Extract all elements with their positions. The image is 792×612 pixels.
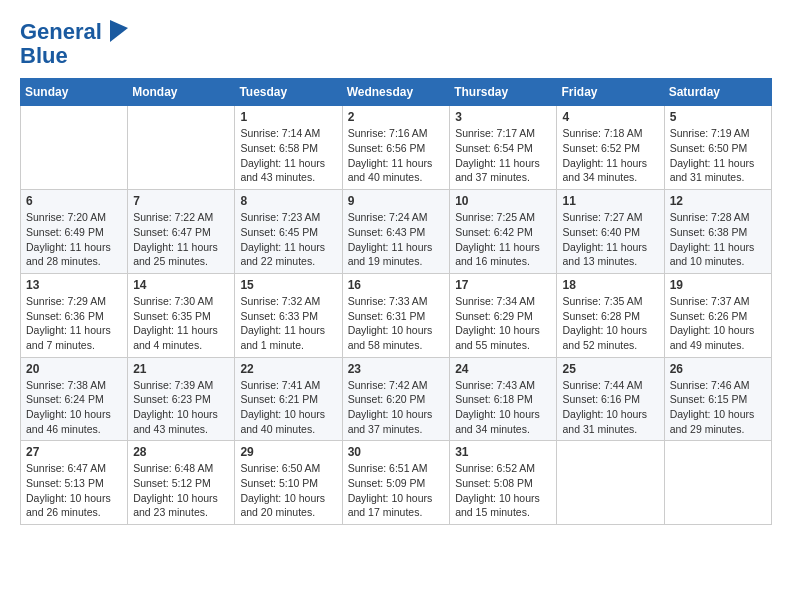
day-number: 16: [348, 278, 445, 292]
day-info: Sunrise: 7:23 AMSunset: 6:45 PMDaylight:…: [240, 210, 336, 269]
calendar-cell: [664, 441, 771, 525]
calendar-cell: 1Sunrise: 7:14 AMSunset: 6:58 PMDaylight…: [235, 106, 342, 190]
day-number: 22: [240, 362, 336, 376]
day-number: 1: [240, 110, 336, 124]
day-number: 7: [133, 194, 229, 208]
calendar-cell: 4Sunrise: 7:18 AMSunset: 6:52 PMDaylight…: [557, 106, 664, 190]
calendar-cell: 19Sunrise: 7:37 AMSunset: 6:26 PMDayligh…: [664, 273, 771, 357]
day-info: Sunrise: 7:22 AMSunset: 6:47 PMDaylight:…: [133, 210, 229, 269]
day-info: Sunrise: 7:41 AMSunset: 6:21 PMDaylight:…: [240, 378, 336, 437]
day-number: 31: [455, 445, 551, 459]
calendar-cell: 26Sunrise: 7:46 AMSunset: 6:15 PMDayligh…: [664, 357, 771, 441]
day-info: Sunrise: 7:27 AMSunset: 6:40 PMDaylight:…: [562, 210, 658, 269]
day-info: Sunrise: 7:17 AMSunset: 6:54 PMDaylight:…: [455, 126, 551, 185]
day-info: Sunrise: 7:28 AMSunset: 6:38 PMDaylight:…: [670, 210, 766, 269]
day-info: Sunrise: 7:43 AMSunset: 6:18 PMDaylight:…: [455, 378, 551, 437]
day-number: 25: [562, 362, 658, 376]
calendar-cell: 15Sunrise: 7:32 AMSunset: 6:33 PMDayligh…: [235, 273, 342, 357]
day-info: Sunrise: 7:25 AMSunset: 6:42 PMDaylight:…: [455, 210, 551, 269]
day-info: Sunrise: 7:38 AMSunset: 6:24 PMDaylight:…: [26, 378, 122, 437]
day-number: 18: [562, 278, 658, 292]
calendar-cell: 30Sunrise: 6:51 AMSunset: 5:09 PMDayligh…: [342, 441, 450, 525]
day-info: Sunrise: 7:44 AMSunset: 6:16 PMDaylight:…: [562, 378, 658, 437]
svg-marker-0: [110, 20, 128, 42]
day-info: Sunrise: 7:18 AMSunset: 6:52 PMDaylight:…: [562, 126, 658, 185]
weekday-header-saturday: Saturday: [664, 79, 771, 106]
day-info: Sunrise: 7:19 AMSunset: 6:50 PMDaylight:…: [670, 126, 766, 185]
weekday-header-thursday: Thursday: [450, 79, 557, 106]
day-info: Sunrise: 7:37 AMSunset: 6:26 PMDaylight:…: [670, 294, 766, 353]
day-number: 30: [348, 445, 445, 459]
calendar-cell: 24Sunrise: 7:43 AMSunset: 6:18 PMDayligh…: [450, 357, 557, 441]
calendar-cell: 3Sunrise: 7:17 AMSunset: 6:54 PMDaylight…: [450, 106, 557, 190]
day-number: 24: [455, 362, 551, 376]
day-number: 6: [26, 194, 122, 208]
calendar-cell: 9Sunrise: 7:24 AMSunset: 6:43 PMDaylight…: [342, 190, 450, 274]
day-number: 20: [26, 362, 122, 376]
day-info: Sunrise: 7:14 AMSunset: 6:58 PMDaylight:…: [240, 126, 336, 185]
calendar-cell: 16Sunrise: 7:33 AMSunset: 6:31 PMDayligh…: [342, 273, 450, 357]
day-info: Sunrise: 7:34 AMSunset: 6:29 PMDaylight:…: [455, 294, 551, 353]
weekday-header-sunday: Sunday: [21, 79, 128, 106]
page-header: General Blue: [20, 20, 772, 68]
day-number: 28: [133, 445, 229, 459]
calendar-cell: 6Sunrise: 7:20 AMSunset: 6:49 PMDaylight…: [21, 190, 128, 274]
calendar-cell: 28Sunrise: 6:48 AMSunset: 5:12 PMDayligh…: [128, 441, 235, 525]
calendar-cell: 8Sunrise: 7:23 AMSunset: 6:45 PMDaylight…: [235, 190, 342, 274]
logo: General Blue: [20, 20, 128, 68]
day-info: Sunrise: 7:42 AMSunset: 6:20 PMDaylight:…: [348, 378, 445, 437]
calendar-cell: 25Sunrise: 7:44 AMSunset: 6:16 PMDayligh…: [557, 357, 664, 441]
calendar-cell: 17Sunrise: 7:34 AMSunset: 6:29 PMDayligh…: [450, 273, 557, 357]
weekday-header-friday: Friday: [557, 79, 664, 106]
logo-text: General Blue: [20, 20, 128, 68]
weekday-header-monday: Monday: [128, 79, 235, 106]
day-number: 10: [455, 194, 551, 208]
calendar-cell: 10Sunrise: 7:25 AMSunset: 6:42 PMDayligh…: [450, 190, 557, 274]
calendar-cell: 2Sunrise: 7:16 AMSunset: 6:56 PMDaylight…: [342, 106, 450, 190]
day-info: Sunrise: 7:35 AMSunset: 6:28 PMDaylight:…: [562, 294, 658, 353]
calendar-table: SundayMondayTuesdayWednesdayThursdayFrid…: [20, 78, 772, 525]
calendar-cell: 13Sunrise: 7:29 AMSunset: 6:36 PMDayligh…: [21, 273, 128, 357]
day-info: Sunrise: 7:33 AMSunset: 6:31 PMDaylight:…: [348, 294, 445, 353]
day-info: Sunrise: 7:20 AMSunset: 6:49 PMDaylight:…: [26, 210, 122, 269]
calendar-cell: 7Sunrise: 7:22 AMSunset: 6:47 PMDaylight…: [128, 190, 235, 274]
day-number: 21: [133, 362, 229, 376]
day-number: 29: [240, 445, 336, 459]
calendar-cell: 21Sunrise: 7:39 AMSunset: 6:23 PMDayligh…: [128, 357, 235, 441]
day-info: Sunrise: 6:48 AMSunset: 5:12 PMDaylight:…: [133, 461, 229, 520]
calendar-cell: 11Sunrise: 7:27 AMSunset: 6:40 PMDayligh…: [557, 190, 664, 274]
day-info: Sunrise: 6:50 AMSunset: 5:10 PMDaylight:…: [240, 461, 336, 520]
calendar-cell: [21, 106, 128, 190]
day-info: Sunrise: 7:29 AMSunset: 6:36 PMDaylight:…: [26, 294, 122, 353]
calendar-cell: 14Sunrise: 7:30 AMSunset: 6:35 PMDayligh…: [128, 273, 235, 357]
day-number: 15: [240, 278, 336, 292]
day-number: 3: [455, 110, 551, 124]
day-number: 27: [26, 445, 122, 459]
day-info: Sunrise: 6:47 AMSunset: 5:13 PMDaylight:…: [26, 461, 122, 520]
day-number: 12: [670, 194, 766, 208]
day-number: 23: [348, 362, 445, 376]
day-number: 13: [26, 278, 122, 292]
day-number: 17: [455, 278, 551, 292]
calendar-cell: 29Sunrise: 6:50 AMSunset: 5:10 PMDayligh…: [235, 441, 342, 525]
day-info: Sunrise: 7:16 AMSunset: 6:56 PMDaylight:…: [348, 126, 445, 185]
calendar-cell: 23Sunrise: 7:42 AMSunset: 6:20 PMDayligh…: [342, 357, 450, 441]
day-info: Sunrise: 6:51 AMSunset: 5:09 PMDaylight:…: [348, 461, 445, 520]
day-number: 4: [562, 110, 658, 124]
calendar-cell: [128, 106, 235, 190]
weekday-header-tuesday: Tuesday: [235, 79, 342, 106]
day-number: 19: [670, 278, 766, 292]
calendar-cell: 31Sunrise: 6:52 AMSunset: 5:08 PMDayligh…: [450, 441, 557, 525]
calendar-cell: [557, 441, 664, 525]
calendar-cell: 20Sunrise: 7:38 AMSunset: 6:24 PMDayligh…: [21, 357, 128, 441]
day-number: 5: [670, 110, 766, 124]
day-number: 9: [348, 194, 445, 208]
calendar-cell: 18Sunrise: 7:35 AMSunset: 6:28 PMDayligh…: [557, 273, 664, 357]
day-number: 8: [240, 194, 336, 208]
day-info: Sunrise: 7:46 AMSunset: 6:15 PMDaylight:…: [670, 378, 766, 437]
day-info: Sunrise: 7:30 AMSunset: 6:35 PMDaylight:…: [133, 294, 229, 353]
weekday-header-wednesday: Wednesday: [342, 79, 450, 106]
day-number: 11: [562, 194, 658, 208]
day-info: Sunrise: 7:39 AMSunset: 6:23 PMDaylight:…: [133, 378, 229, 437]
day-info: Sunrise: 7:32 AMSunset: 6:33 PMDaylight:…: [240, 294, 336, 353]
